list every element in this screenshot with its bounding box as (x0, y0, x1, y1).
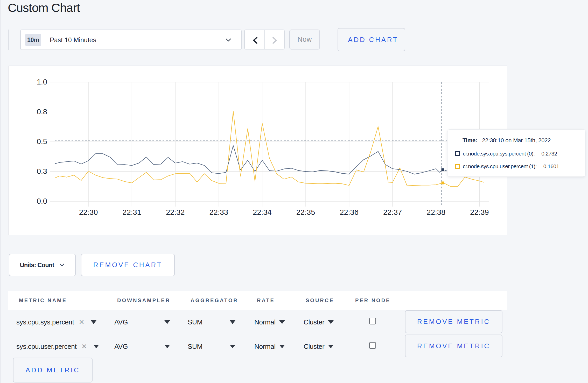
svg-text:22:38: 22:38 (427, 208, 446, 216)
svg-text:0.3: 0.3 (37, 167, 47, 175)
svg-text:0.0: 0.0 (37, 197, 47, 205)
svg-text:22:34: 22:34 (253, 208, 272, 216)
svg-text:22:32: 22:32 (166, 208, 185, 216)
svg-text:22:31: 22:31 (122, 208, 141, 216)
svg-text:22:30: 22:30 (79, 208, 98, 216)
svg-text:22:35: 22:35 (296, 208, 315, 216)
svg-text:0.5: 0.5 (37, 137, 47, 146)
svg-text:22:37: 22:37 (383, 208, 402, 216)
svg-text:1.0: 1.0 (37, 78, 47, 86)
svg-text:0.8: 0.8 (37, 108, 47, 116)
svg-text:22:36: 22:36 (340, 208, 359, 216)
svg-text:22:39: 22:39 (470, 208, 489, 216)
svg-text:22:33: 22:33 (209, 208, 228, 216)
